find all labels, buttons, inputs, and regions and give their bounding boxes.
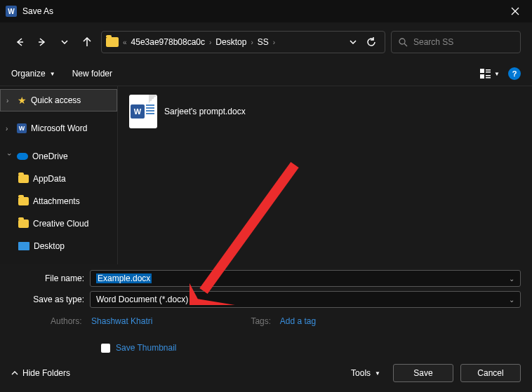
save-as-type-dropdown[interactable]: Word Document (*.docx) ⌄ <box>90 291 521 308</box>
sidebar-item-label: AppData <box>33 174 66 184</box>
chevron-up-icon <box>11 371 18 375</box>
toolbar: Organize ▼ New folder ▼ ? <box>0 62 532 86</box>
sidebar-item-creative-cloud[interactable]: Creative Cloud <box>0 212 117 235</box>
sidebar-item-quick-access[interactable]: › ★ Quick access <box>0 89 117 111</box>
chevron-down-icon[interactable]: › <box>6 153 13 160</box>
view-grid-icon <box>480 69 491 79</box>
titlebar: W Save As <box>0 0 532 22</box>
folder-icon <box>18 175 29 183</box>
navigation-pane: › ★ Quick access › W Microsoft Word › On… <box>0 86 118 264</box>
svg-rect-12 <box>486 77 491 79</box>
chevron-down-icon <box>61 40 68 44</box>
sidebar-item-label: Quick access <box>31 95 81 105</box>
footer: Hide Folders Tools ▼ Save Cancel <box>0 357 532 392</box>
word-app-icon: W <box>17 123 27 133</box>
file-name-value: Example.docx <box>96 273 152 283</box>
authors-label: Authors: <box>51 316 82 326</box>
star-icon: ★ <box>18 95 27 106</box>
titlebar-left: W Save As <box>6 6 53 17</box>
close-button[interactable] <box>504 0 526 22</box>
cancel-button[interactable]: Cancel <box>460 364 521 382</box>
sidebar-item-label: Creative Cloud <box>33 219 88 229</box>
window-title: Save As <box>22 6 53 16</box>
breadcrumb-item[interactable]: 45e3ae978b08ca0c <box>131 37 205 47</box>
search-placeholder: Search SS <box>413 37 453 47</box>
file-name-input[interactable]: Example.docx ⌄ <box>90 270 521 287</box>
svg-rect-9 <box>486 72 491 73</box>
sidebar-item-label: OneDrive <box>32 151 68 161</box>
breadcrumb-item[interactable]: Desktop <box>215 37 246 47</box>
search-icon <box>399 38 408 47</box>
chevron-down-icon[interactable] <box>350 40 357 44</box>
arrow-right-icon <box>37 37 47 47</box>
search-input[interactable]: Search SS <box>391 31 521 53</box>
svg-rect-11 <box>486 75 491 76</box>
save-as-type-label: Save as type: <box>11 295 90 304</box>
chevron-right-icon: › <box>251 39 253 46</box>
tools-dropdown[interactable]: Tools ▼ <box>351 368 380 378</box>
file-name-label: File name: <box>11 273 90 283</box>
docx-file-icon: W <box>129 95 157 128</box>
tags-label: Tags: <box>251 316 271 326</box>
organize-button[interactable]: Organize ▼ <box>11 69 55 79</box>
save-form: File name: Example.docx ⌄ Save as type: … <box>0 264 532 361</box>
svg-rect-10 <box>480 74 484 79</box>
chevron-right-icon[interactable]: › <box>6 97 13 104</box>
file-item[interactable]: W Sarjeet's prompt.docx <box>129 95 521 128</box>
svg-line-6 <box>404 43 407 46</box>
close-icon <box>511 7 519 15</box>
sidebar-item-word[interactable]: › W Microsoft Word <box>0 117 117 140</box>
breadcrumb-overflow[interactable]: « <box>123 39 127 46</box>
sidebar-item-label: Desktop <box>34 241 65 251</box>
save-thumbnail-checkbox[interactable] <box>101 344 110 353</box>
svg-point-5 <box>399 39 405 44</box>
caret-down-icon: ▼ <box>375 370 380 377</box>
forward-button[interactable] <box>34 34 51 50</box>
file-name: Sarjeet's prompt.docx <box>164 107 246 116</box>
refresh-icon[interactable] <box>366 37 376 47</box>
chevron-right-icon[interactable]: › <box>6 125 13 133</box>
help-button[interactable]: ? <box>508 67 521 80</box>
sidebar-item-label: Attachments <box>33 196 80 206</box>
authors-value[interactable]: Shashwat Khatri <box>91 316 152 326</box>
back-button[interactable] <box>11 34 28 50</box>
sidebar-item-appdata[interactable]: AppData <box>0 168 117 190</box>
breadcrumb-item[interactable]: SS <box>258 37 269 47</box>
view-options-button[interactable]: ▼ <box>480 69 500 79</box>
arrow-left-icon <box>15 37 25 47</box>
save-button[interactable]: Save <box>393 364 453 382</box>
word-app-icon: W <box>6 6 17 17</box>
save-as-type-value: Word Document (*.docx) <box>96 295 188 304</box>
folder-icon <box>18 219 29 228</box>
onedrive-icon <box>17 153 28 160</box>
main-area: › ★ Quick access › W Microsoft Word › On… <box>0 86 532 264</box>
sidebar-item-label: Microsoft Word <box>31 123 87 133</box>
chevron-down-icon[interactable]: ⌄ <box>509 275 514 283</box>
svg-rect-7 <box>480 69 484 73</box>
tags-value[interactable]: Add a tag <box>280 316 316 326</box>
caret-down-icon: ▼ <box>50 71 55 77</box>
save-thumbnail-label[interactable]: Save Thumbnail <box>116 343 177 353</box>
breadcrumb-bar[interactable]: « 45e3ae978b08ca0c › Desktop › SS › <box>101 31 385 53</box>
sidebar-item-desktop[interactable]: Desktop <box>0 235 117 257</box>
recent-dropdown[interactable] <box>56 34 73 50</box>
svg-rect-8 <box>486 69 491 71</box>
desktop-icon <box>18 242 29 250</box>
file-list[interactable]: W Sarjeet's prompt.docx <box>118 86 532 264</box>
arrow-up-icon <box>82 37 92 47</box>
new-folder-button[interactable]: New folder <box>72 69 112 79</box>
nav-row: « 45e3ae978b08ca0c › Desktop › SS › Sear… <box>0 22 532 62</box>
hide-folders-button[interactable]: Hide Folders <box>11 368 70 378</box>
chevron-right-icon: › <box>273 39 275 46</box>
up-button[interactable] <box>79 34 95 50</box>
folder-icon <box>106 37 119 47</box>
sidebar-item-attachments[interactable]: Attachments <box>0 190 117 212</box>
caret-down-icon: ▼ <box>494 71 500 77</box>
folder-icon <box>18 197 29 205</box>
sidebar-item-onedrive[interactable]: › OneDrive <box>0 145 117 168</box>
chevron-right-icon: › <box>209 39 211 46</box>
chevron-down-icon[interactable]: ⌄ <box>509 296 514 304</box>
